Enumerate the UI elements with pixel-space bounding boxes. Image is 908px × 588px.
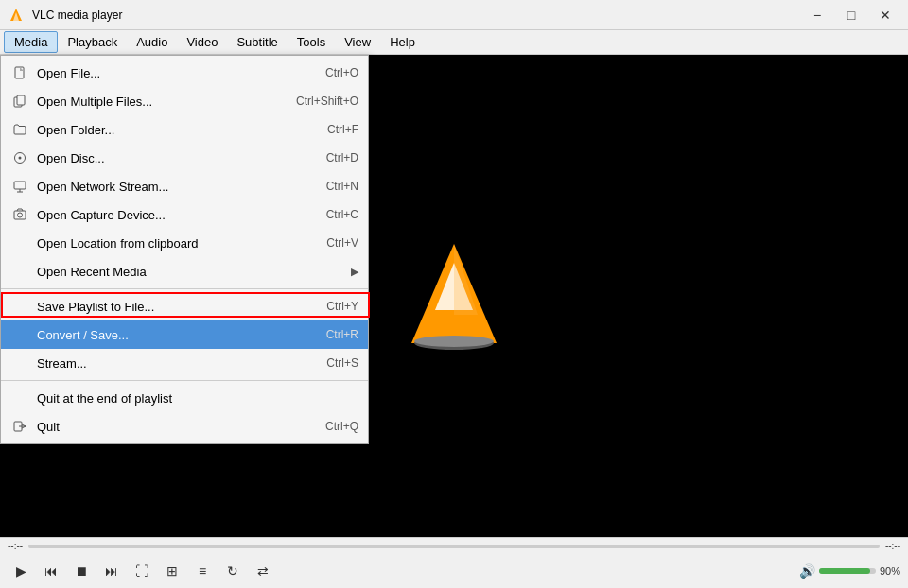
playback-controls: ▶ ⏮ ⏹ ⏭ ⛶ ⊞ ≡ ↻ ⇄ 🔊 90% — [0, 555, 908, 588]
prev-button[interactable]: ⏮ — [38, 558, 64, 584]
quit-end-icon — [10, 389, 29, 407]
volume-icon: 🔊 — [799, 563, 815, 579]
open-multiple-label: Open Multiple Files... — [37, 95, 277, 109]
menu-item-audio[interactable]: Audio — [127, 32, 177, 52]
time-remaining: --:-- — [885, 541, 900, 551]
open-capture-label: Open Capture Device... — [37, 208, 307, 222]
svg-marker-6 — [454, 244, 478, 315]
svg-point-16 — [18, 213, 23, 217]
vlc-logo — [407, 239, 501, 353]
menu-item-open-disc[interactable]: Open Disc...Ctrl+D — [1, 144, 368, 172]
stream-label: Stream... — [37, 356, 307, 371]
svg-rect-7 — [15, 67, 24, 78]
progress-track[interactable] — [28, 545, 880, 548]
open-capture-icon — [10, 205, 29, 224]
menu-item-open-multiple[interactable]: Open Multiple Files...Ctrl+Shift+O — [1, 87, 368, 115]
svg-rect-15 — [14, 211, 26, 219]
convert-save-shortcut: Ctrl+R — [326, 328, 358, 341]
stop-button[interactable]: ⏹ — [68, 558, 95, 584]
open-disc-icon — [10, 148, 29, 167]
next-button[interactable]: ⏭ — [98, 558, 125, 584]
play-button[interactable]: ▶ — [8, 558, 34, 584]
menu-item-quit[interactable]: QuitCtrl+Q — [1, 412, 368, 441]
menu-item-quit-end[interactable]: Quit at the end of playlist — [1, 384, 368, 412]
open-recent-submenu-arrow: ▶ — [351, 266, 358, 278]
volume-area: 🔊 90% — [799, 563, 900, 579]
menu-item-open-location[interactable]: Open Location from clipboardCtrl+V — [1, 229, 368, 257]
timeline-row: --:-- --:-- — [0, 538, 908, 555]
open-disc-label: Open Disc... — [37, 151, 307, 165]
open-location-label: Open Location from clipboard — [37, 236, 307, 251]
open-file-icon — [10, 63, 29, 82]
controls-bar: --:-- --:-- ▶ ⏮ ⏹ ⏭ ⛶ ⊞ ≡ ↻ ⇄ 🔊 90% — [0, 537, 908, 588]
maximize-button[interactable]: □ — [836, 4, 866, 26]
quit-icon — [10, 417, 29, 436]
window-title: VLC media player — [32, 9, 802, 22]
loop-button[interactable]: ↻ — [219, 558, 246, 584]
quit-label: Quit — [37, 420, 306, 434]
svg-point-11 — [19, 157, 22, 160]
stream-icon — [10, 354, 29, 372]
menu-item-view[interactable]: View — [335, 32, 380, 52]
svg-point-5 — [414, 336, 494, 347]
save-playlist-icon — [10, 297, 29, 316]
menu-item-convert-save[interactable]: Convert / Save...Ctrl+R — [1, 320, 368, 349]
open-recent-icon — [10, 262, 29, 281]
open-recent-label: Open Recent Media — [37, 265, 323, 279]
menu-item-playback[interactable]: Playback — [58, 32, 127, 52]
open-network-shortcut: Ctrl+N — [326, 180, 358, 193]
menu-item-open-capture[interactable]: Open Capture Device...Ctrl+C — [1, 200, 368, 229]
window-controls: − □ ✕ — [802, 4, 900, 26]
open-multiple-icon — [10, 92, 29, 111]
menu-item-media[interactable]: Media — [4, 31, 58, 53]
menu-item-open-recent[interactable]: Open Recent Media▶ — [1, 257, 368, 285]
minimize-button[interactable]: − — [802, 4, 832, 26]
title-bar: VLC media player − □ ✕ — [0, 0, 908, 30]
playlist-button[interactable]: ≡ — [189, 558, 216, 584]
stream-shortcut: Ctrl+S — [326, 356, 358, 370]
menu-item-tools[interactable]: Tools — [288, 32, 335, 52]
convert-save-label: Convert / Save... — [37, 328, 307, 342]
open-location-shortcut: Ctrl+V — [326, 236, 358, 250]
menu-item-open-file[interactable]: Open File...Ctrl+O — [1, 59, 368, 87]
close-button[interactable]: ✕ — [870, 4, 900, 26]
menu-item-video[interactable]: Video — [177, 32, 227, 52]
time-elapsed: --:-- — [8, 541, 23, 551]
menu-item-open-folder[interactable]: Open Folder...Ctrl+F — [1, 115, 368, 144]
svg-rect-9 — [17, 95, 25, 105]
volume-fill — [819, 568, 870, 574]
save-playlist-shortcut: Ctrl+Y — [326, 300, 358, 313]
open-network-label: Open Network Stream... — [37, 180, 307, 194]
menu-item-save-playlist[interactable]: Save Playlist to File...Ctrl+Y — [1, 292, 368, 320]
open-file-label: Open File... — [37, 66, 306, 80]
menu-item-open-network[interactable]: Open Network Stream...Ctrl+N — [1, 172, 368, 200]
open-disc-shortcut: Ctrl+D — [326, 151, 358, 164]
open-folder-label: Open Folder... — [37, 123, 308, 137]
separator-after-stream — [1, 380, 368, 381]
open-folder-icon — [10, 120, 29, 139]
menu-item-help[interactable]: Help — [380, 32, 425, 52]
open-capture-shortcut: Ctrl+C — [326, 208, 358, 221]
save-playlist-label: Save Playlist to File... — [37, 300, 307, 314]
menu-item-subtitle[interactable]: Subtitle — [227, 32, 287, 52]
menu-item-stream[interactable]: Stream...Ctrl+S — [1, 349, 368, 377]
separator-after-open-recent — [1, 288, 368, 289]
open-file-shortcut: Ctrl+O — [325, 66, 358, 79]
media-dropdown-menu: Open File...Ctrl+OOpen Multiple Files...… — [0, 55, 369, 444]
quit-shortcut: Ctrl+Q — [325, 420, 358, 433]
volume-level: 90% — [880, 565, 900, 577]
shuffle-button[interactable]: ⇄ — [250, 558, 276, 584]
volume-slider[interactable] — [819, 568, 876, 574]
convert-save-icon — [10, 325, 29, 344]
open-multiple-shortcut: Ctrl+Shift+O — [296, 95, 358, 108]
open-location-icon — [10, 233, 29, 252]
menu-bar: MediaPlaybackAudioVideoSubtitleToolsView… — [0, 30, 908, 55]
open-folder-shortcut: Ctrl+F — [327, 123, 358, 136]
app-icon — [8, 7, 25, 24]
fullscreen-button[interactable]: ⛶ — [129, 558, 155, 584]
open-network-icon — [10, 177, 29, 196]
svg-rect-12 — [14, 182, 26, 189]
quit-end-label: Quit at the end of playlist — [37, 391, 340, 406]
frame-button[interactable]: ⊞ — [159, 558, 185, 584]
